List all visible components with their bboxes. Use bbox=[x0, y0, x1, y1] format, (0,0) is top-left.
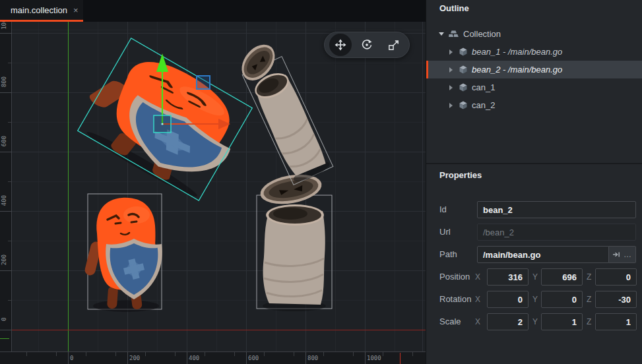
axis-label-x: X bbox=[475, 313, 480, 330]
gizmo-pivot-dot bbox=[161, 123, 163, 125]
axis-label-y: Y bbox=[532, 268, 538, 286]
property-row-position: Position X Y Z bbox=[426, 268, 642, 286]
tree-row-bean-2[interactable]: bean_2 - /main/bean.go bbox=[426, 61, 642, 78]
field-label: Path bbox=[439, 246, 457, 263]
axis-label-x: X bbox=[475, 291, 480, 308]
ruler-label: 200 bbox=[129, 355, 140, 361]
horizontal-ruler: 0 200 400 600 800 1000 bbox=[0, 351, 426, 364]
tool-move-button[interactable] bbox=[329, 34, 352, 56]
rotation-y-input[interactable] bbox=[541, 291, 583, 308]
axis-label-y: Y bbox=[532, 291, 538, 308]
axis-label-x: X bbox=[475, 268, 480, 286]
selection-bar bbox=[426, 61, 428, 78]
chevron-right-icon[interactable] bbox=[449, 85, 453, 90]
path-input[interactable] bbox=[477, 246, 609, 263]
tree-row-collection[interactable]: Collection bbox=[426, 25, 642, 43]
ruler-label: 800 bbox=[307, 355, 318, 361]
axis-label-z: Z bbox=[587, 291, 591, 308]
gizmo-y-arrowhead[interactable] bbox=[156, 53, 168, 72]
outline-title: Outline bbox=[439, 3, 469, 13]
right-panel: Outline Collection bean_1 - /main/bean.g… bbox=[426, 0, 642, 364]
ruler-label: 800 bbox=[1, 72, 9, 92]
outline-tree: Collection bean_1 - /main/bean.go bean_2… bbox=[426, 25, 642, 114]
ruler-label: 600 bbox=[248, 355, 259, 361]
axis-label-z: Z bbox=[587, 268, 591, 286]
ruler-label: 600 bbox=[1, 131, 9, 151]
collection-icon bbox=[449, 30, 459, 38]
tab-main-collection[interactable]: main.collection × bbox=[0, 0, 83, 20]
tree-row-label: Collection bbox=[463, 29, 501, 39]
panel-divider bbox=[426, 163, 642, 164]
game-object-icon bbox=[459, 101, 467, 109]
scale-z-input[interactable] bbox=[595, 313, 637, 330]
position-z-input[interactable] bbox=[595, 268, 637, 286]
position-x-input[interactable] bbox=[487, 268, 529, 286]
scene-svg bbox=[0, 22, 426, 351]
sprite-bean-1[interactable] bbox=[84, 194, 162, 312]
url-input bbox=[477, 224, 636, 241]
tree-row-can-1[interactable]: can_1 bbox=[426, 78, 642, 96]
tool-scale-button[interactable] bbox=[383, 34, 405, 56]
vertical-ruler: 1000 800 600 400 200 0 bbox=[0, 22, 12, 351]
path-buttons: … bbox=[609, 246, 636, 263]
ruler-label: 400 bbox=[189, 355, 199, 361]
tree-row-label: can_2 bbox=[472, 100, 495, 110]
field-label: Scale bbox=[439, 313, 461, 330]
move-icon bbox=[335, 39, 346, 51]
corner-handle[interactable] bbox=[197, 76, 210, 89]
path-browse-button[interactable]: … bbox=[624, 247, 632, 262]
sprite-can-1[interactable] bbox=[232, 34, 334, 186]
path-open-button[interactable] bbox=[612, 247, 620, 262]
ruler-label: 400 bbox=[1, 191, 9, 210]
game-object-icon bbox=[459, 83, 467, 92]
chevron-right-icon[interactable] bbox=[449, 49, 453, 55]
id-input[interactable] bbox=[477, 201, 636, 218]
field-label: Id bbox=[439, 201, 447, 218]
property-row-path: Path … bbox=[426, 246, 642, 263]
rotate-icon bbox=[361, 39, 373, 51]
scale-icon bbox=[388, 39, 400, 51]
property-row-scale: Scale X Y Z bbox=[426, 313, 642, 330]
ruler-mouse-marker bbox=[0, 338, 9, 339]
canvas-toolbar bbox=[324, 32, 410, 58]
ruler-label: 0 bbox=[1, 309, 9, 329]
tree-row-label: can_1 bbox=[472, 82, 495, 92]
tree-row-bean-1[interactable]: bean_1 - /main/bean.go bbox=[426, 43, 642, 61]
game-object-icon bbox=[459, 65, 467, 74]
chevron-right-icon[interactable] bbox=[449, 103, 453, 108]
field-label: Rotation bbox=[439, 291, 471, 308]
ruler-mouse-marker bbox=[400, 353, 401, 364]
ruler-label: 200 bbox=[1, 250, 9, 270]
chevron-down-icon[interactable] bbox=[439, 32, 444, 36]
scale-x-input[interactable] bbox=[487, 313, 529, 330]
axis-label-z: Z bbox=[587, 313, 591, 330]
editor-tab-bar: main.collection × bbox=[0, 0, 426, 22]
position-y-input[interactable] bbox=[541, 268, 583, 286]
tab-label: main.collection bbox=[11, 5, 67, 15]
scene-canvas[interactable]: 1000 800 600 400 200 0 0 200 400 600 800… bbox=[0, 22, 426, 364]
ruler-label: 0 bbox=[70, 355, 73, 361]
ruler-label: 1000 bbox=[367, 355, 381, 361]
scale-y-input[interactable] bbox=[541, 313, 583, 330]
tree-row-can-2[interactable]: can_2 bbox=[426, 96, 642, 114]
game-object-icon bbox=[459, 47, 467, 56]
app: { "tab_bar": { "tabs": [ { "icon": "coll… bbox=[0, 0, 642, 364]
tree-row-label: bean_1 - /main/bean.go bbox=[472, 47, 562, 57]
chevron-right-icon[interactable] bbox=[449, 67, 453, 73]
rotation-x-input[interactable] bbox=[487, 291, 529, 308]
property-row-id: Id bbox=[426, 201, 642, 218]
field-label: Position bbox=[439, 268, 470, 286]
axis-label-y: Y bbox=[532, 313, 538, 330]
jump-to-icon bbox=[612, 251, 620, 258]
tree-row-label: bean_2 - /main/bean.go bbox=[472, 65, 562, 75]
tool-rotate-button[interactable] bbox=[356, 34, 378, 56]
sprite-can-2[interactable] bbox=[257, 170, 332, 311]
field-label: Url bbox=[439, 224, 451, 241]
rotation-z-input[interactable] bbox=[595, 291, 637, 308]
ruler-label: 1000 bbox=[1, 22, 9, 32]
tab-close-icon[interactable]: × bbox=[73, 5, 79, 15]
property-row-rotation: Rotation X Y Z bbox=[426, 291, 642, 308]
property-row-url: Url bbox=[426, 224, 642, 241]
properties-title: Properties bbox=[439, 170, 482, 180]
